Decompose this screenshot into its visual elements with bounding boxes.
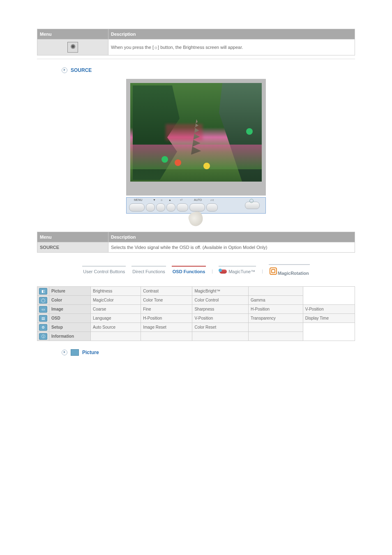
c-autosource[interactable]: Auto Source xyxy=(91,323,141,332)
c-hpos[interactable]: H-Position xyxy=(248,305,303,314)
monitor-screen: SAMSUNG xyxy=(126,79,266,196)
c-magiccolor[interactable]: MagicColor xyxy=(91,296,141,305)
cat-picture[interactable]: Picture xyxy=(49,287,91,296)
brightness-desc: When you press the [☼] button, the Brigh… xyxy=(108,39,355,55)
c-r6b xyxy=(141,332,192,341)
section-source-label: SOURCE xyxy=(71,67,92,73)
lbl-menu: MENU xyxy=(134,198,143,201)
btn-menu[interactable] xyxy=(129,203,145,212)
lbl-enter: ⏎ xyxy=(180,198,182,202)
c-ohpos[interactable]: H-Position xyxy=(141,314,192,323)
magicrotation-icon xyxy=(270,267,277,275)
tab-osd-functions[interactable]: OSD Functions xyxy=(172,266,206,276)
monitor-brand: SAMSUNG xyxy=(185,189,207,192)
tabs-nav: User Control Buttons Direct Functions OS… xyxy=(37,264,355,278)
lbl-sound: ♪♫ xyxy=(210,198,214,201)
icon-osd: ▤ xyxy=(37,314,49,323)
c-vpos[interactable]: V-Position xyxy=(303,305,355,314)
sep2: | xyxy=(262,269,263,274)
c-ovpos[interactable]: V-Position xyxy=(192,314,249,323)
cat-osd[interactable]: OSD xyxy=(49,314,91,323)
section-picture-label: Picture xyxy=(82,350,99,355)
icon-setup: ⚙ xyxy=(37,323,49,332)
sep1: | xyxy=(212,269,213,274)
c-colorreset[interactable]: Color Reset xyxy=(192,323,249,332)
icon-info: ⓘ xyxy=(37,332,49,341)
icon-picture: ◧ xyxy=(37,287,49,296)
c-sharpness[interactable]: Sharpness xyxy=(192,305,249,314)
brightness-icon: ✺ xyxy=(67,42,78,53)
c-displaytime[interactable]: Display Time xyxy=(303,314,355,323)
c-r6c xyxy=(192,332,249,341)
c-r1e xyxy=(248,287,303,296)
tab-magictune[interactable]: MagicTune™ xyxy=(219,266,256,276)
section-source: SOURCE xyxy=(62,67,355,73)
icon-color: ◯ xyxy=(37,296,49,305)
c-magicbright[interactable]: MagicBright™ xyxy=(192,287,249,296)
btn-enter[interactable] xyxy=(177,203,188,212)
c-r6a xyxy=(91,332,141,341)
c-coarse[interactable]: Coarse xyxy=(91,305,141,314)
icon-image: ▭ xyxy=(37,305,49,314)
tab-user-control[interactable]: User Control Buttons xyxy=(82,266,126,276)
th-menu: Menu xyxy=(37,29,108,39)
c-r5e xyxy=(248,323,303,332)
picture-section-icon xyxy=(71,349,79,356)
btn-down[interactable] xyxy=(146,203,155,212)
osd-grid: ◧PictureBrightnessContrastMagicBright™ ◯… xyxy=(37,286,355,341)
magicrotation-label: MagicRotation xyxy=(278,271,309,276)
btn-up[interactable] xyxy=(166,203,175,212)
c-fine[interactable]: Fine xyxy=(141,305,192,314)
monitor-illustration: SAMSUNG MENU ▼ ☼ ▲ ⏎ AUTO ♪♫ xyxy=(126,79,266,226)
cat-info[interactable]: Information xyxy=(49,332,91,341)
btn-power[interactable] xyxy=(245,202,260,209)
c-brightness[interactable]: Brightness xyxy=(91,287,141,296)
btn-bright[interactable] xyxy=(156,203,165,212)
source-key: SOURCE xyxy=(37,242,108,253)
magictune-icon xyxy=(219,269,227,274)
cat-image[interactable]: Image xyxy=(49,305,91,314)
bullet-icon-2 xyxy=(62,350,67,355)
lbl-bright: ☼ xyxy=(160,198,163,201)
source-val: Selects the Video signal while the OSD i… xyxy=(108,242,355,253)
brightness-icon-cell: ✺ xyxy=(37,39,108,55)
c-transparency[interactable]: Transparency xyxy=(248,314,303,323)
c-r6d xyxy=(248,332,303,341)
c-contrast[interactable]: Contrast xyxy=(141,287,192,296)
magictune-label: MagicTune™ xyxy=(228,269,255,274)
bullet-icon xyxy=(62,67,67,73)
lbl-down: ▼ xyxy=(153,198,156,201)
lbl-auto: AUTO xyxy=(194,198,202,201)
brightness-table: MenuDescription ✺When you press the [☼] … xyxy=(37,29,355,55)
c-language[interactable]: Language xyxy=(91,314,141,323)
th2-menu: Menu xyxy=(37,232,108,242)
tab-direct-functions[interactable]: Direct Functions xyxy=(131,266,166,276)
btn-sound[interactable] xyxy=(206,203,218,212)
section-picture: Picture xyxy=(62,349,355,356)
th2-desc: Description xyxy=(108,232,355,242)
source-table: MenuDescription SOURCESelects the Video … xyxy=(37,232,355,253)
th-desc: Description xyxy=(108,29,355,39)
tab-magicrotation[interactable]: MagicRotation xyxy=(269,264,310,278)
cat-color[interactable]: Color xyxy=(49,296,91,305)
lbl-up: ▲ xyxy=(168,198,171,201)
c-colortone[interactable]: Color Tone xyxy=(141,296,192,305)
cat-setup[interactable]: Setup xyxy=(49,323,91,332)
c-imagereset[interactable]: Image Reset xyxy=(141,323,192,332)
divider xyxy=(37,59,355,59)
btn-auto[interactable] xyxy=(189,203,205,212)
c-colorcontrol[interactable]: Color Control xyxy=(192,296,249,305)
c-gamma[interactable]: Gamma xyxy=(248,296,303,305)
